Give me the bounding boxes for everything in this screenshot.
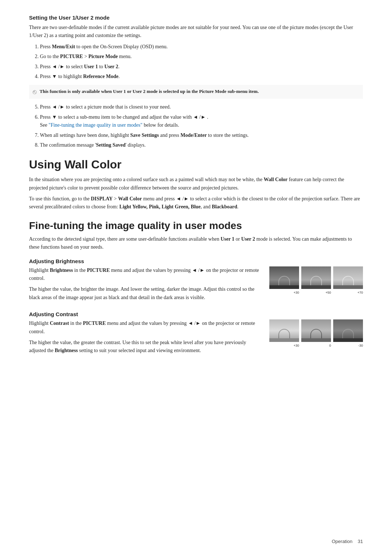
brightness-img3: +70 [333,266,363,294]
step3-arrow: ◄ /► [52,64,65,69]
step-8: The confirmation message 'Setting Saved'… [40,141,363,149]
step-6: Press ▼ to select a sub-menu item to be … [40,113,363,130]
sec2-bold2a: DISPLAY [91,196,113,201]
step7-bold2: Mode/Enter [180,132,207,138]
brightness-img2: +50 [301,266,331,294]
contrast-heading: Adjusting Contrast [29,311,363,317]
contrast-bold2: PICTURE [83,321,106,326]
step-7: When all settings have been done, highli… [40,131,363,139]
step-5: Press ◄ /► to select a picture mode that… [40,103,363,111]
sec2-colors: Light Yellow, Pink, Light Green, Blue [119,204,201,209]
brightness-bold1: Brightness [50,268,73,273]
step8-bold: Setting Saved [96,142,126,148]
step-2: Go to the PICTURE > Picture Mode menu. [40,53,363,61]
step6-arrow2: ◄ /► [193,114,206,120]
contrast-img2-label: 0 [301,344,331,347]
contrast-para2: The higher the value, the greater the co… [29,339,262,355]
sec2-blackboard: Blackboard [212,204,237,209]
brightness-arrow: ◄ /► [192,268,205,273]
contrast-img3-box [333,319,363,342]
section1-steps-list: Press Menu/Exit to open the On-Screen Di… [40,43,363,81]
contrast-bright-bold: Brightness [55,348,78,353]
sec2-arrow: ◄ /► [176,196,189,201]
step4-arrow: ▼ [52,74,57,79]
sec2-bold1: Wall Color [264,177,288,182]
section2-heading: Using Wall Color [29,158,363,171]
contrast-img1-box [269,319,299,342]
step2-bold2: Picture Mode [89,54,118,59]
step1-bold: Menu/Exit [52,44,75,49]
brightness-heading: Adjusting Brightness [29,258,363,264]
sec3-bold1: User 1 [221,236,234,242]
contrast-img2-box [301,319,331,342]
step7-bold1: Save Settings [130,132,159,138]
step-4: Press ▼ to highlight Reference Mode. [40,73,363,81]
section3-intro: According to the detected signal type, t… [29,235,363,252]
brightness-img1-box [269,266,299,289]
brightness-para1: Highlight Brightness in the PICTURE menu… [29,266,262,283]
footer: Operation 31 [332,539,363,544]
step6-arrow1: ▼ [52,114,57,120]
contrast-arrow: ◄ /► [188,321,201,326]
contrast-bold1: Contrast [50,321,69,326]
note-text: This function is only available when Use… [40,88,259,95]
contrast-img1: +30 [269,319,299,347]
step2-bold1: PICTURE [60,54,83,59]
section1-intro: There are two user-definable modes if th… [29,24,363,40]
contrast-img3-label: -30 [333,344,363,347]
brightness-img3-box [333,266,363,289]
contrast-img3: -30 [333,319,363,347]
brightness-bold2: PICTURE [87,268,110,273]
brightness-text-col: Highlight Brightness in the PICTURE menu… [29,266,262,305]
section2-para2: To use this function, go to the DISPLAY … [29,195,363,211]
brightness-para2: The higher the value, the brighter the i… [29,285,262,302]
brightness-img2-box [301,266,331,289]
note-box: ⎋ This function is only available when U… [29,85,363,99]
contrast-text-col: Highlight Contrast in the PICTURE menu a… [29,319,262,358]
contrast-img1-label: +30 [269,344,299,347]
brightness-img1-label: +30 [269,291,299,294]
contrast-section: Highlight Contrast in the PICTURE menu a… [29,319,363,358]
step3-bold1: User 1 [84,64,98,69]
contrast-para1: Highlight Contrast in the PICTURE menu a… [29,319,262,336]
section1-heading: Setting the User 1/User 2 mode [29,15,363,21]
brightness-img3-label: +70 [333,291,363,294]
sec2-bold2c: Wall Color [118,196,142,201]
step4-bold: Reference Mode [83,74,118,79]
brightness-img1: +30 [269,266,299,294]
footer-section-label: Operation [332,539,352,544]
note-icon: ⎋ [33,88,37,96]
brightness-images: +30 +50 +70 [269,266,363,294]
section2-para1: In the situation where you are projectin… [29,176,363,192]
contrast-img2: 0 [301,319,331,347]
step-3: Press ◄ /► to select User 1 to User 2. [40,63,363,71]
sec3-bold2: User 2 [241,236,255,242]
step-1: Press Menu/Exit to open the On-Screen Di… [40,43,363,51]
footer-page-num: 31 [358,539,363,544]
step3-bold2: User 2 [105,64,118,69]
brightness-img2-label: +50 [301,291,331,294]
step5-arrow: ◄ /► [52,104,65,110]
section3-heading: Fine-tuning the image quality in user mo… [29,220,363,232]
brightness-section: Highlight Brightness in the PICTURE menu… [29,266,363,305]
section1-steps2-list: Press ◄ /► to select a picture mode that… [40,103,363,149]
step6-link[interactable]: "Fine-tuning the image quality in user m… [49,122,143,128]
contrast-images: +30 0 -30 [269,319,363,347]
